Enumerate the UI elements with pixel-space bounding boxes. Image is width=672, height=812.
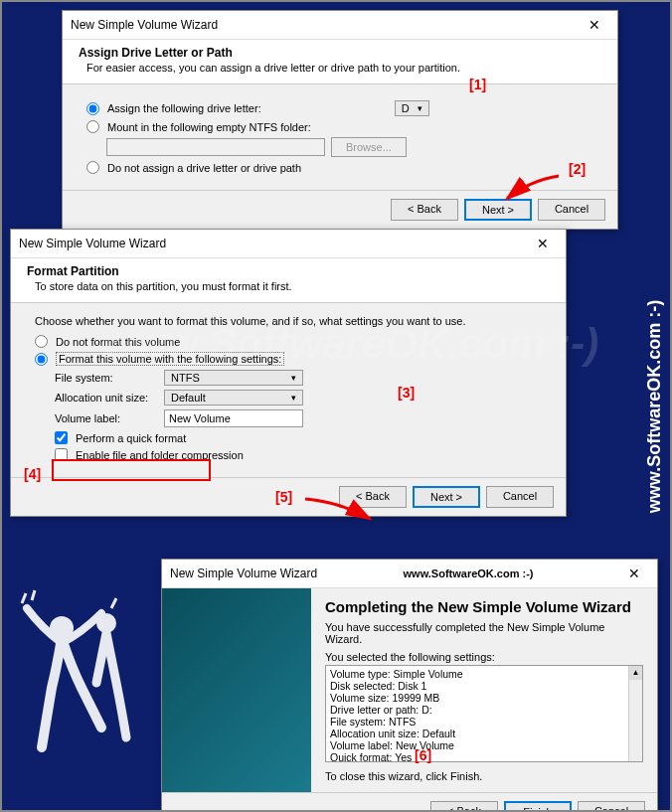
list-item: Volume type: Simple Volume — [330, 668, 638, 680]
chevron-down-icon: ▾ — [291, 373, 296, 383]
annotation-5: [5] — [275, 489, 292, 505]
content-wrap: Completing the New Simple Volume Wizard … — [162, 588, 657, 792]
annotation-4: [4] — [24, 466, 41, 482]
page-subheading: For easier access, you can assign a driv… — [86, 62, 601, 74]
back-button[interactable]: < Back — [391, 199, 458, 221]
scroll-up-icon[interactable]: ▲ — [629, 666, 642, 680]
sidebar-watermark: www.SoftwareOK.com :-) — [644, 299, 665, 512]
radio-label: Mount in the following empty NTFS folder… — [107, 121, 311, 133]
annotation-6: [6] — [415, 747, 431, 763]
button-row: < Back Finish Cancel — [162, 792, 657, 812]
main-pane: Completing the New Simple Volume Wizard … — [311, 588, 657, 792]
window-title: New Simple Volume Wizard — [71, 18, 218, 32]
finish-button[interactable]: Finish — [504, 801, 572, 812]
mount-path-input — [106, 138, 325, 156]
chevron-down-icon: ▾ — [291, 393, 296, 403]
radio-input[interactable] — [86, 120, 99, 133]
page-heading: Format Partition — [27, 264, 550, 278]
allocation-row: Allocation unit size: Default ▾ — [55, 390, 542, 406]
radio-do-not-format[interactable]: Do not format this volume — [35, 335, 542, 348]
annotation-3: [3] — [398, 385, 415, 401]
header-section: Assign Drive Letter or Path For easier a… — [63, 40, 617, 84]
radio-input[interactable] — [35, 353, 48, 366]
close-icon[interactable]: ✕ — [580, 17, 609, 33]
volume-label-row: Volume label: — [55, 409, 542, 427]
cancel-button[interactable]: Cancel — [486, 486, 554, 508]
titlebar: New Simple Volume Wizard www.SoftwareOK.… — [162, 560, 657, 588]
list-item: Allocation unit size: Default — [330, 728, 638, 739]
list-item: Volume label: New Volume — [330, 739, 638, 751]
list-item: Drive letter or path: D: — [330, 704, 638, 716]
settings-listbox[interactable]: Volume type: Simple Volume Disk selected… — [325, 665, 643, 762]
decorative-silhouette — [12, 588, 151, 757]
radio-label: Assign the following drive letter: — [107, 102, 261, 114]
close-icon[interactable]: ✕ — [528, 236, 558, 251]
browse-button: Browse... — [331, 137, 407, 157]
arrow-5 — [300, 494, 380, 534]
arrow-2 — [499, 171, 569, 211]
checkbox-label: Perform a quick format — [76, 432, 186, 444]
back-button[interactable]: < Back — [430, 801, 498, 812]
cancel-button[interactable]: Cancel — [578, 801, 645, 812]
radio-input[interactable] — [86, 102, 99, 115]
next-button[interactable]: Next > — [413, 486, 480, 508]
list-item: Disk selected: Disk 1 — [330, 680, 638, 692]
page-heading: Assign Drive Letter or Path — [79, 46, 601, 60]
annotation-2: [2] — [569, 161, 586, 177]
body-section: Choose whether you want to format this v… — [11, 303, 566, 477]
checkbox-input[interactable] — [55, 431, 68, 444]
header-section: Format Partition To store data on this p… — [11, 258, 566, 303]
wizard-side-image — [162, 588, 311, 792]
allocation-label: Allocation unit size: — [55, 392, 164, 404]
file-system-row: File system: NTFS ▾ — [55, 370, 542, 386]
drive-letter-select[interactable]: D ▾ — [395, 100, 429, 116]
chevron-down-icon: ▾ — [418, 103, 422, 113]
radio-mount-folder[interactable]: Mount in the following empty NTFS folder… — [86, 120, 593, 133]
radio-label: Do not format this volume — [56, 336, 180, 348]
quick-format-check[interactable]: Perform a quick format — [55, 431, 542, 444]
window-title: New Simple Volume Wizard — [19, 237, 166, 250]
allocation-value: Default — [171, 392, 206, 404]
scrollbar[interactable]: ▲ — [628, 666, 642, 761]
list-item: Quick format: Yes — [330, 751, 638, 762]
radio-label: Format this volume with the following se… — [56, 352, 284, 366]
annotation-1: [1] — [469, 77, 486, 92]
list-item: File system: NTFS — [330, 716, 638, 728]
file-system-select[interactable]: NTFS ▾ — [164, 370, 303, 386]
file-system-value: NTFS — [171, 372, 200, 384]
list-item: Volume size: 19999 MB — [330, 692, 638, 704]
titlebar: New Simple Volume Wizard ✕ — [11, 230, 566, 258]
complete-heading: Completing the New Simple Volume Wizard — [325, 598, 643, 615]
page-subheading: To store data on this partition, you mus… — [35, 280, 550, 292]
radio-input[interactable] — [86, 161, 99, 174]
file-system-label: File system: — [55, 372, 164, 384]
close-icon[interactable]: ✕ — [619, 566, 649, 581]
drive-letter-value: D — [402, 102, 410, 114]
window-title: New Simple Volume Wizard — [170, 567, 317, 580]
selected-label: You selected the following settings: — [325, 651, 643, 663]
annotation-box-4 — [52, 459, 211, 481]
volume-label-label: Volume label: — [55, 412, 164, 424]
titlebar-watermark: www.SoftwareOK.com :-) — [404, 568, 534, 579]
success-text: You have successfully completed the New … — [325, 621, 643, 645]
allocation-select[interactable]: Default ▾ — [164, 390, 303, 406]
titlebar: New Simple Volume Wizard ✕ — [63, 11, 617, 40]
radio-assign-letter[interactable]: Assign the following drive letter: D ▾ — [86, 100, 593, 116]
radio-format-with-settings[interactable]: Format this volume with the following se… — [35, 352, 542, 366]
close-instruction: To close this wizard, click Finish. — [325, 770, 643, 782]
radio-input[interactable] — [35, 335, 48, 348]
dialog-completing-wizard: New Simple Volume Wizard www.SoftwareOK.… — [161, 559, 658, 812]
instruction-text: Choose whether you want to format this v… — [35, 315, 542, 327]
volume-label-input[interactable] — [164, 409, 303, 427]
radio-label: Do not assign a drive letter or drive pa… — [107, 162, 301, 174]
